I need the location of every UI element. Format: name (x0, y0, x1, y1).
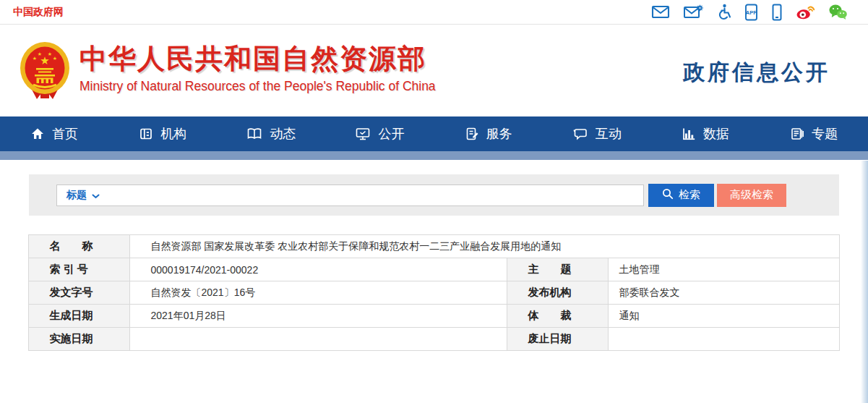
svg-text:★: ★ (33, 56, 37, 61)
topbar-icon-group: APP (651, 4, 848, 21)
advanced-search-button[interactable]: 高级检索 (717, 184, 786, 207)
nav-item-service[interactable]: 服务 (434, 116, 543, 151)
search-button[interactable]: 检索 (648, 184, 714, 207)
field-value-genre: 通知 (609, 305, 839, 328)
nav-label: 互动 (596, 125, 622, 143)
section-title-gov-info: 政府信息公开 (683, 58, 830, 88)
field-label-index-no: 索 引 号 (29, 258, 130, 281)
table-row-title: 名 称 自然资源部 国家发展改革委 农业农村部关于保障和规范农村一二三产业融合发… (29, 235, 839, 258)
nav-item-news[interactable]: 动态 (217, 116, 325, 151)
field-label-effective-date: 实施日期 (29, 328, 130, 351)
app-icon[interactable]: APP (744, 4, 758, 21)
home-icon (30, 127, 45, 141)
field-value-created-date: 2021年01月28日 (130, 305, 507, 328)
nav-label: 机构 (160, 125, 186, 143)
field-label-issuer: 发布机构 (507, 281, 609, 305)
field-value-subject: 土地管理 (609, 258, 839, 281)
svg-text:★: ★ (53, 56, 57, 61)
table-row-docnumber: 发文字号 自然资发〔2021〕16号 发布机构 部委联合发文 (29, 281, 839, 305)
masthead: ★ ★ ★ ★ ★ 中华人民共和国自然资源部 Ministry of Natur… (0, 25, 868, 116)
nav-label: 首页 (52, 125, 78, 143)
nav-label: 数据 (703, 125, 729, 143)
main-navbar: 首页 机构 动态 公开 服务 互动 数据 专题 (0, 116, 868, 151)
news-icon (246, 127, 262, 141)
field-label-genre: 体 裁 (507, 305, 609, 328)
ministry-logo-titles[interactable]: 中华人民共和国自然资源部 Ministry of Natural Resourc… (80, 43, 436, 94)
svg-text:APP: APP (746, 9, 757, 15)
ministry-title-cn: 中华人民共和国自然资源部 (80, 43, 436, 74)
nav-item-interact[interactable]: 互动 (543, 116, 651, 151)
weibo-icon[interactable] (796, 4, 815, 20)
table-row-dates: 生成日期 2021年01月28日 体 裁 通知 (29, 305, 839, 328)
document-info-table: 名 称 自然资源部 国家发展改革委 农业农村部关于保障和规范农村一二三产业融合发… (28, 234, 839, 351)
nav-label: 公开 (378, 125, 404, 143)
data-icon (682, 127, 696, 141)
topics-icon (790, 127, 804, 141)
field-value-name: 自然资源部 国家发展改革委 农业农村部关于保障和规范农村一二三产业融合发展用地的… (130, 235, 839, 258)
nav-label: 动态 (270, 125, 296, 143)
field-label-name: 名 称 (29, 235, 130, 258)
search-input[interactable] (107, 185, 643, 205)
search-icon (662, 188, 674, 202)
field-label-created-date: 生成日期 (29, 305, 130, 328)
ministry-title-en: Ministry of Natural Resources of the Peo… (80, 79, 436, 94)
table-row-validity: 实施日期 废止日期 (29, 328, 839, 351)
mail-icon[interactable] (651, 4, 670, 20)
sub-nav-strip (0, 151, 868, 160)
search-button-label: 检索 (679, 188, 700, 202)
nav-item-topics[interactable]: 专题 (760, 116, 868, 151)
search-panel: 标题 检索 高级检索 (29, 174, 839, 216)
nav-item-disclosure[interactable]: 公开 (325, 116, 434, 151)
wechat-icon[interactable] (828, 4, 848, 20)
field-label-repeal-date: 废止日期 (507, 328, 609, 351)
service-icon (465, 127, 479, 141)
nav-label: 专题 (812, 125, 838, 143)
mobile-icon[interactable] (771, 4, 783, 21)
field-label-subject: 主 题 (507, 258, 609, 281)
svg-text:★: ★ (38, 51, 42, 57)
page-edge-gradient (861, 161, 868, 403)
field-value-repeal-date (609, 328, 839, 351)
nav-label: 服务 (486, 125, 512, 143)
nav-item-home[interactable]: 首页 (0, 116, 108, 151)
gov-site-link[interactable]: 中国政府网 (13, 6, 64, 19)
field-value-doc-number: 自然资发〔2021〕16号 (130, 281, 507, 305)
field-value-index-no: 000019174/2021-00022 (130, 258, 507, 281)
table-row-index: 索 引 号 000019174/2021-00022 主 题 土地管理 (29, 258, 839, 281)
search-field-label: 标题 (66, 189, 87, 202)
national-emblem[interactable]: ★ ★ ★ ★ ★ (17, 41, 72, 104)
field-label-doc-number: 发文字号 (29, 281, 130, 305)
nav-item-org[interactable]: 机构 (108, 116, 217, 151)
nav-item-data[interactable]: 数据 (651, 116, 760, 151)
interact-icon (572, 127, 588, 141)
chevron-down-icon (92, 190, 100, 201)
top-utility-bar: 中国政府网 APP (0, 0, 868, 25)
search-box: 标题 (56, 184, 644, 206)
mail-subscribe-icon[interactable] (683, 4, 703, 20)
search-field-selector[interactable]: 标题 (57, 185, 107, 205)
accessibility-icon[interactable] (716, 4, 731, 20)
org-icon (139, 127, 153, 141)
field-value-issuer: 部委联合发文 (609, 281, 839, 305)
field-value-effective-date (130, 328, 507, 351)
svg-text:★: ★ (48, 51, 52, 57)
disclosure-icon (355, 127, 371, 141)
